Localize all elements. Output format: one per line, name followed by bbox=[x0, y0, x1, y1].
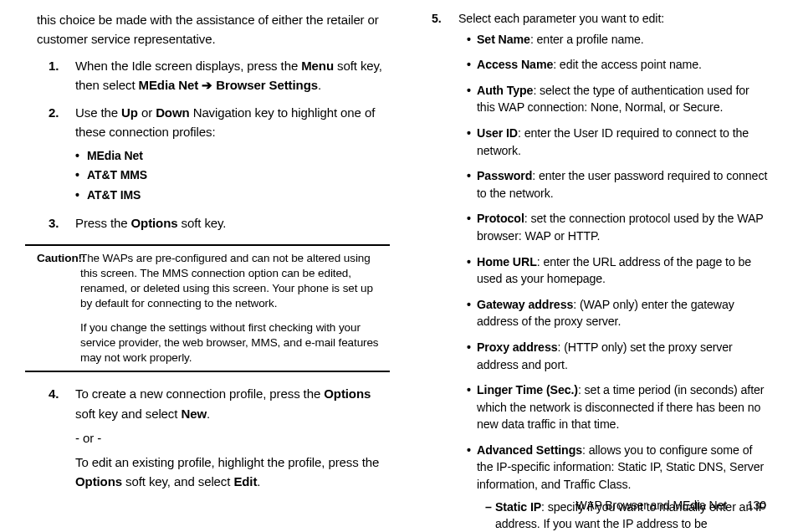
caution-paragraph: The WAPs are pre-configured and can not … bbox=[80, 251, 385, 312]
param-item: Password: enter the user password requir… bbox=[467, 167, 770, 202]
footer-title: WAP Browser and MEdia Net bbox=[576, 499, 727, 512]
profiles-list: MEdia Net AT&T MMS AT&T IMS bbox=[75, 147, 386, 205]
step-text: To edit an existing profile, highlight t… bbox=[75, 453, 386, 492]
param-item: Proxy address: (HTTP only) set the proxy… bbox=[467, 339, 770, 373]
step-text: Use the Up or Down Navigation key to hig… bbox=[75, 105, 375, 139]
step-number: 4. bbox=[49, 384, 59, 403]
page-number: 130 bbox=[747, 499, 766, 512]
param-item: Linger Time (Sec.): set a time period (i… bbox=[467, 381, 770, 433]
page-footer: WAP Browser and MEdia Net130 bbox=[576, 497, 766, 515]
step-number: 2. bbox=[49, 103, 59, 122]
intro-text: this choice be made with the assistance … bbox=[37, 10, 386, 49]
param-item: Gateway address: (WAP only) enter the ga… bbox=[467, 296, 770, 330]
step-text: Press the Options soft key. bbox=[75, 216, 226, 230]
profile-item: AT&T IMS bbox=[75, 187, 386, 205]
steps-list-left-2: 4. To create a new connection profile, p… bbox=[37, 384, 386, 491]
step-text: When the Idle screen displays, press the… bbox=[75, 59, 382, 92]
caution-box: Caution!: The WAPs are pre-configured an… bbox=[25, 244, 390, 373]
caution-body: The WAPs are pre-configured and can not … bbox=[80, 251, 385, 366]
params-list: Set Name: enter a profile name. Access N… bbox=[458, 31, 770, 532]
steps-list-left: 1. When the Idle screen displays, press … bbox=[37, 56, 386, 233]
step-text: Select each parameter you want to edit: bbox=[458, 12, 664, 25]
step-2: 2. Use the Up or Down Navigation key to … bbox=[37, 103, 386, 205]
param-item: Protocol: set the connection protocol us… bbox=[467, 210, 770, 244]
step-text: To create a new connection profile, pres… bbox=[75, 386, 371, 420]
param-item: Set Name: enter a profile name. bbox=[467, 31, 770, 49]
param-item: Access Name: edit the access point name. bbox=[467, 56, 770, 74]
right-column: 5. Select each parameter you want to edi… bbox=[420, 10, 770, 532]
step-3: 3. Press the Options soft key. bbox=[37, 213, 386, 233]
or-separator: - or - bbox=[75, 428, 386, 448]
left-column: this choice be made with the assistance … bbox=[37, 10, 386, 532]
step-5: 5. Select each parameter you want to edi… bbox=[420, 10, 770, 532]
step-number: 3. bbox=[49, 213, 59, 233]
step-number: 1. bbox=[49, 56, 59, 75]
profile-item: MEdia Net bbox=[75, 147, 386, 166]
step-1: 1. When the Idle screen displays, press … bbox=[37, 56, 386, 95]
param-item: Home URL: enter the URL address of the p… bbox=[467, 253, 770, 288]
profile-item: AT&T MMS bbox=[75, 166, 386, 185]
step-4: 4. To create a new connection profile, p… bbox=[37, 384, 386, 491]
caution-label: Caution!: bbox=[37, 251, 80, 266]
param-item: Advanced Settings: allows you to configu… bbox=[467, 442, 770, 532]
caution-paragraph: If you change the settings without first… bbox=[80, 320, 385, 366]
step-number: 5. bbox=[432, 10, 442, 28]
param-item: User ID: enter the User ID required to c… bbox=[467, 125, 770, 159]
param-item: Auth Type: select the type of authentica… bbox=[467, 82, 770, 116]
steps-list-right: 5. Select each parameter you want to edi… bbox=[420, 10, 770, 532]
